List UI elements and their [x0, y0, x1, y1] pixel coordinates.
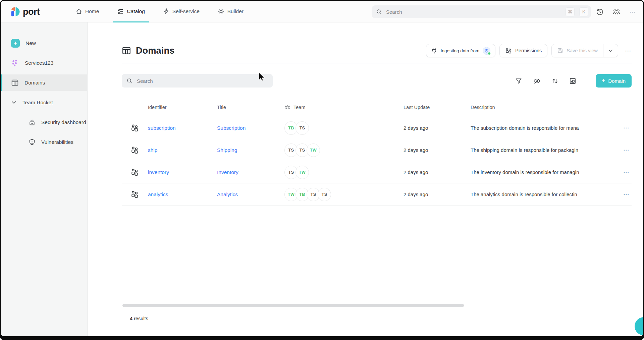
team-cell: TB TS: [284, 121, 404, 135]
table-icon: [11, 79, 19, 87]
identifier-link[interactable]: inventory: [148, 169, 169, 175]
col-description[interactable]: Description: [471, 105, 616, 110]
shield-icon: [29, 138, 36, 146]
description-cell: The shipping domain is responsible for p…: [471, 147, 616, 153]
save-view-button[interactable]: Save this view: [552, 44, 603, 57]
top-bar: port Home Catalog Self-service: [1, 1, 643, 22]
save-view-dropdown[interactable]: [603, 44, 618, 57]
add-domain-button[interactable]: + Domain: [596, 74, 632, 88]
search-icon: [126, 78, 132, 84]
more-icon[interactable]: ⋯: [629, 9, 636, 15]
col-last-update[interactable]: Last Update: [404, 105, 471, 110]
col-identifier[interactable]: Identifier: [148, 105, 217, 110]
sidebar: + New Services123 Domains Team Rocket: [1, 22, 88, 336]
group-by-icon[interactable]: [569, 77, 576, 84]
team-cell: TW TB TS TS: [284, 188, 404, 201]
sidebar-item-label: Security dashboard: [41, 119, 86, 125]
sidebar-item-services123[interactable]: Services123: [1, 55, 87, 71]
identifier-link[interactable]: subscription: [148, 125, 176, 131]
blueprint-users-icon: [122, 146, 148, 154]
sidebar-item-team-rocket[interactable]: Team Rocket: [1, 94, 87, 111]
filter-icon[interactable]: [515, 77, 522, 84]
row-more-icon[interactable]: ⋯: [616, 191, 632, 198]
team-badge[interactable]: TW: [307, 144, 320, 157]
users-icon: [505, 47, 512, 54]
sidebar-item-domains[interactable]: Domains: [1, 74, 87, 91]
col-title[interactable]: Title: [217, 105, 284, 110]
plus-icon: +: [602, 78, 605, 84]
last-update-cell: 2 days ago: [404, 147, 471, 153]
identifier-link[interactable]: ship: [148, 147, 157, 153]
identifier-link[interactable]: analytics: [148, 191, 168, 197]
lock-icon: [29, 119, 36, 126]
sidebar-item-label: Vulnerabilities: [41, 139, 73, 145]
screen-frame: port Home Catalog Self-service: [0, 0, 644, 340]
cmd-key-badge: ⌘: [566, 7, 575, 16]
org-members-icon[interactable]: [612, 8, 621, 16]
description-cell: The inventory domain is responsible for …: [471, 169, 616, 175]
nav-builder[interactable]: Builder: [214, 1, 248, 22]
last-update-cell: 2 days ago: [404, 169, 471, 175]
table-toolbar: + Domain: [122, 74, 632, 88]
title-link[interactable]: Inventory: [217, 169, 238, 175]
last-update-cell: 2 days ago: [404, 191, 471, 197]
title-link[interactable]: Shipping: [217, 147, 237, 153]
col-team[interactable]: Team: [284, 104, 404, 110]
port-logo-icon: [10, 7, 20, 17]
global-search[interactable]: ⌘ K: [372, 5, 591, 18]
row-more-icon[interactable]: ⋯: [616, 147, 632, 154]
sort-icon[interactable]: [551, 77, 558, 84]
table-icon: [122, 46, 131, 55]
history-icon[interactable]: [596, 8, 604, 16]
nav-catalog[interactable]: Catalog: [113, 1, 149, 22]
add-domain-label: Domain: [608, 78, 626, 84]
team-badge[interactable]: TS: [296, 121, 309, 135]
sidebar-item-security-dashboard[interactable]: Security dashboard: [1, 114, 87, 130]
sidebar-item-label: Team Rocket: [22, 100, 53, 106]
integration-status-icon: [483, 47, 490, 55]
toolbar-actions: + Domain: [515, 74, 632, 88]
table-row: inventory Inventory TS TW 2 days ago The…: [122, 161, 632, 183]
blueprint-users-icon: [122, 168, 148, 176]
gear-icon: [218, 8, 224, 15]
title-link[interactable]: Analytics: [217, 191, 238, 197]
team-badge[interactable]: TS: [318, 188, 331, 201]
col-team-label: Team: [293, 105, 305, 110]
blueprint-users-icon: [122, 124, 148, 132]
save-view-split-button: Save this view: [551, 44, 618, 57]
chevron-down-icon: [608, 48, 613, 53]
row-more-icon[interactable]: ⋯: [616, 169, 632, 176]
nav-label: Self-service: [172, 8, 200, 14]
table-search-input[interactable]: [136, 78, 268, 84]
sidebar-item-vulnerabilities[interactable]: Vulnerabilities: [1, 134, 87, 150]
hide-columns-icon[interactable]: [533, 77, 541, 85]
header-actions: Ingesting data from Permissions: [426, 44, 632, 57]
ingesting-data-button[interactable]: Ingesting data from: [426, 44, 496, 57]
catalog-icon: [117, 8, 124, 15]
title-link[interactable]: Subscription: [217, 125, 246, 131]
horizontal-scrollbar[interactable]: [122, 304, 464, 307]
table-row: subscription Subscription TB TS 2 days a…: [122, 117, 632, 139]
nav-self-service[interactable]: Self-service: [159, 1, 204, 22]
permissions-label: Permissions: [515, 48, 542, 53]
header-divider: [122, 63, 632, 63]
nav-label: Builder: [227, 8, 244, 14]
sidebar-item-label: New: [25, 40, 36, 46]
global-search-input[interactable]: [385, 9, 561, 15]
port-logo[interactable]: port: [10, 1, 40, 22]
sidebar-item-new[interactable]: + New: [1, 35, 87, 51]
ingesting-label: Ingesting data from: [441, 48, 480, 53]
last-update-cell: 2 days ago: [404, 125, 471, 131]
row-more-icon[interactable]: ⋯: [616, 124, 632, 131]
status-dot: [488, 52, 491, 55]
page-title: Domains: [122, 46, 174, 56]
nav-label: Home: [85, 8, 99, 14]
table-search[interactable]: [122, 74, 273, 88]
table-row: analytics Analytics TW TB TS TS 2 days a…: [122, 183, 632, 206]
team-badge[interactable]: TW: [296, 166, 309, 179]
nav-home[interactable]: Home: [71, 1, 103, 22]
table-row: ship Shipping TS TS TW 2 days ago The sh…: [122, 139, 632, 161]
permissions-button[interactable]: Permissions: [499, 44, 547, 57]
nav-label: Catalog: [127, 8, 145, 14]
page-more-icon[interactable]: ⋯: [625, 48, 632, 54]
